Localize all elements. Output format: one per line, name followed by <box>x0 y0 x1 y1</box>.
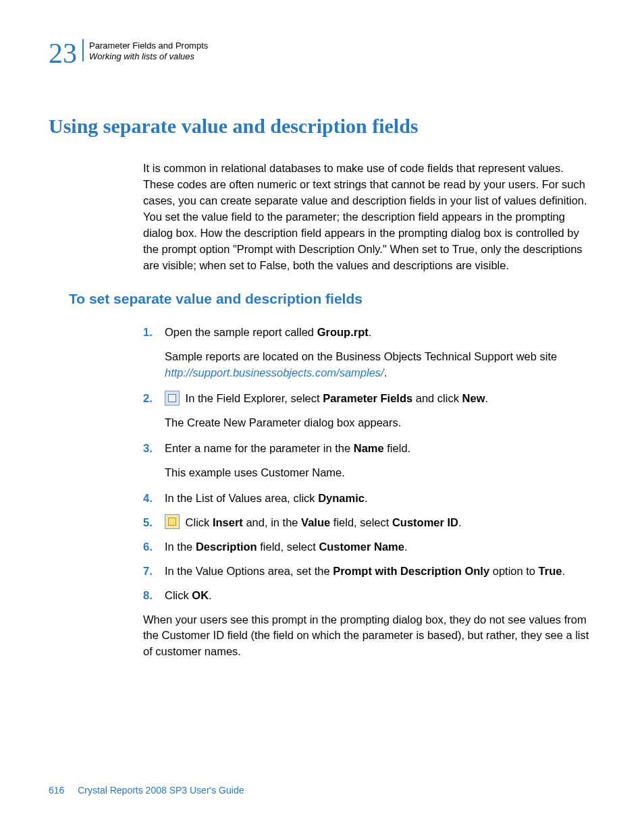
bold-term: Description <box>196 541 257 553</box>
header-chapter-title: Parameter Fields and Prompts <box>89 40 208 51</box>
page-number: 616 <box>49 785 64 796</box>
step-text: Click OK. <box>165 588 595 604</box>
bold-term: Name <box>354 442 384 454</box>
chapter-number: 23 <box>49 39 77 67</box>
text-run: Open the sample report called <box>165 326 317 338</box>
step-text: In the Field Explorer, select Parameter … <box>165 391 595 407</box>
page-footer: 616 Crystal Reports 2008 SP3 User's Guid… <box>49 785 244 796</box>
step-number: 2. <box>143 391 158 407</box>
closing-paragraph: When your users see this prompt in the p… <box>143 612 595 661</box>
step-number: 4. <box>143 491 158 507</box>
intro-paragraph: It is common in relational databases to … <box>143 161 595 273</box>
text-run: . <box>562 565 565 577</box>
text-run: Sample reports are located on the Busine… <box>165 350 557 362</box>
step-5: 5. Click Insert and, in the Value field,… <box>143 515 595 531</box>
insert-icon <box>165 514 180 529</box>
text-run: . <box>369 326 372 338</box>
text-run: . <box>384 366 387 379</box>
text-run: . <box>485 392 488 404</box>
step-text: In the Description field, select Custome… <box>165 539 595 555</box>
text-run: field, select <box>330 516 392 528</box>
step-number: 8. <box>143 588 158 604</box>
step-text: In the Value Options area, set the Promp… <box>165 563 595 580</box>
bold-term: Value <box>301 516 330 528</box>
step-2: 2. In the Field Explorer, select Paramet… <box>143 391 595 407</box>
footer-title: Crystal Reports 2008 SP3 User's Guide <box>78 785 244 796</box>
step-number: 7. <box>143 563 158 580</box>
text-run: and, in the <box>243 516 301 528</box>
text-run: In the Value Options area, set the <box>165 565 333 577</box>
step-number: 3. <box>143 441 158 457</box>
bold-term: Insert <box>213 516 243 528</box>
text-run: Enter a name for the parameter in the <box>165 442 354 454</box>
bold-term: OK <box>192 589 209 601</box>
bold-term: Group.rpt <box>317 326 369 338</box>
step-3: 3. Enter a name for the parameter in the… <box>143 441 595 457</box>
text-run: . <box>458 516 462 528</box>
bold-term: Prompt with Description Only <box>333 565 489 577</box>
step-text: In the List of Values area, click Dynami… <box>165 491 595 507</box>
bold-term: True <box>539 565 562 577</box>
text-run: . <box>209 589 212 601</box>
step-7: 7. In the Value Options area, set the Pr… <box>143 563 595 580</box>
step-6: 6. In the Description field, select Cust… <box>143 539 595 555</box>
text-run: Click <box>165 589 192 601</box>
text-run: In the <box>165 541 196 553</box>
text-run: . <box>365 492 368 504</box>
bold-term: Customer Name <box>319 541 404 553</box>
text-run: In the Field Explorer, select <box>182 392 323 404</box>
text-run: . <box>404 541 408 553</box>
header-section-title: Working with lists of values <box>89 51 208 62</box>
ordered-steps: 1. Open the sample report called Group.r… <box>143 325 595 603</box>
step-2-note: The Create New Parameter dialog box appe… <box>165 415 595 431</box>
step-3-note: This example uses Customer Name. <box>165 465 595 481</box>
page-header: 23 Parameter Fields and Prompts Working … <box>49 39 595 67</box>
header-text-block: Parameter Fields and Prompts Working wit… <box>82 39 208 61</box>
step-number: 6. <box>143 539 158 555</box>
step-text: Click Insert and, in the Value field, se… <box>165 515 595 531</box>
step-4: 4. In the List of Values area, click Dyn… <box>143 491 595 507</box>
field-explorer-icon <box>165 391 180 406</box>
step-8: 8. Click OK. <box>143 588 595 604</box>
text-run: field. <box>384 442 410 454</box>
bold-term: Customer ID <box>392 516 458 528</box>
bold-term: Parameter Fields <box>323 392 412 404</box>
step-1: 1. Open the sample report called Group.r… <box>143 325 595 341</box>
heading-2: To set separate value and description fi… <box>69 291 595 307</box>
text-run: Click <box>182 516 213 528</box>
bold-term: Dynamic <box>318 492 365 504</box>
bold-term: New <box>462 392 485 404</box>
step-number: 5. <box>143 515 158 531</box>
sample-link[interactable]: http://support.businessobjects.com/sampl… <box>165 366 384 379</box>
step-text: Enter a name for the parameter in the Na… <box>165 441 595 457</box>
heading-1: Using separate value and description fie… <box>49 115 595 138</box>
step-1-note: Sample reports are located on the Busine… <box>165 349 595 381</box>
text-run: In the List of Values area, click <box>165 492 318 504</box>
step-text: Open the sample report called Group.rpt. <box>165 325 595 341</box>
text-run: and click <box>412 392 462 404</box>
step-number: 1. <box>143 325 158 341</box>
text-run: field, select <box>257 541 319 553</box>
text-run: option to <box>489 565 538 577</box>
